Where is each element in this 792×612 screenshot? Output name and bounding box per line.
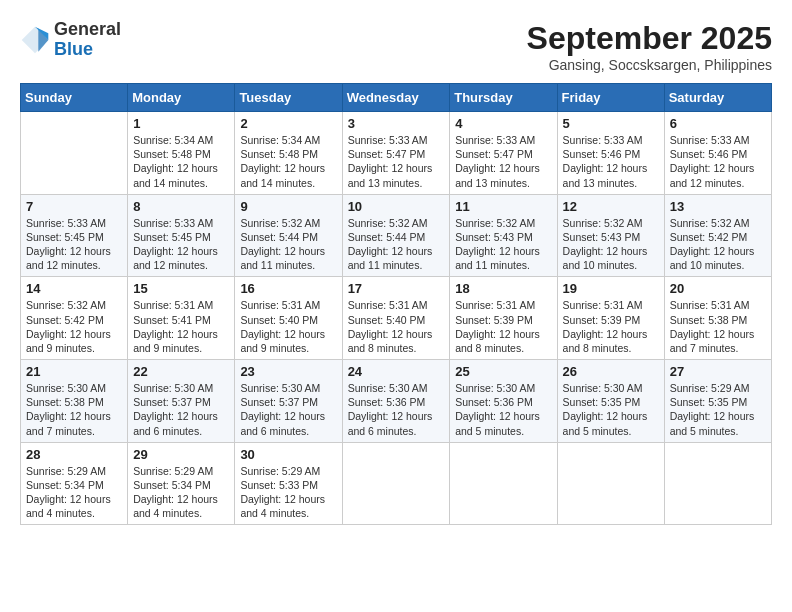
calendar-cell: 30Sunrise: 5:29 AM Sunset: 5:33 PM Dayli…: [235, 442, 342, 525]
day-info: Sunrise: 5:31 AM Sunset: 5:40 PM Dayligh…: [240, 298, 336, 355]
calendar-cell: [21, 112, 128, 195]
day-number: 28: [26, 447, 122, 462]
day-number: 30: [240, 447, 336, 462]
day-number: 3: [348, 116, 445, 131]
day-info: Sunrise: 5:32 AM Sunset: 5:44 PM Dayligh…: [348, 216, 445, 273]
calendar-cell: 7Sunrise: 5:33 AM Sunset: 5:45 PM Daylig…: [21, 194, 128, 277]
day-info: Sunrise: 5:32 AM Sunset: 5:42 PM Dayligh…: [26, 298, 122, 355]
day-info: Sunrise: 5:31 AM Sunset: 5:40 PM Dayligh…: [348, 298, 445, 355]
day-info: Sunrise: 5:32 AM Sunset: 5:43 PM Dayligh…: [563, 216, 659, 273]
day-of-week-header: Sunday: [21, 84, 128, 112]
calendar-cell: 21Sunrise: 5:30 AM Sunset: 5:38 PM Dayli…: [21, 360, 128, 443]
calendar-cell: 18Sunrise: 5:31 AM Sunset: 5:39 PM Dayli…: [450, 277, 557, 360]
day-info: Sunrise: 5:32 AM Sunset: 5:44 PM Dayligh…: [240, 216, 336, 273]
day-number: 8: [133, 199, 229, 214]
calendar-table: SundayMondayTuesdayWednesdayThursdayFrid…: [20, 83, 772, 525]
day-info: Sunrise: 5:33 AM Sunset: 5:47 PM Dayligh…: [455, 133, 551, 190]
day-number: 26: [563, 364, 659, 379]
day-info: Sunrise: 5:32 AM Sunset: 5:43 PM Dayligh…: [455, 216, 551, 273]
day-number: 1: [133, 116, 229, 131]
day-number: 11: [455, 199, 551, 214]
calendar-cell: 17Sunrise: 5:31 AM Sunset: 5:40 PM Dayli…: [342, 277, 450, 360]
day-number: 12: [563, 199, 659, 214]
day-info: Sunrise: 5:33 AM Sunset: 5:46 PM Dayligh…: [670, 133, 766, 190]
day-number: 20: [670, 281, 766, 296]
day-number: 21: [26, 364, 122, 379]
day-number: 14: [26, 281, 122, 296]
day-number: 2: [240, 116, 336, 131]
calendar-cell: 1Sunrise: 5:34 AM Sunset: 5:48 PM Daylig…: [128, 112, 235, 195]
logo-icon: [20, 25, 50, 55]
day-number: 29: [133, 447, 229, 462]
calendar-cell: [342, 442, 450, 525]
day-number: 13: [670, 199, 766, 214]
calendar-cell: 19Sunrise: 5:31 AM Sunset: 5:39 PM Dayli…: [557, 277, 664, 360]
day-info: Sunrise: 5:33 AM Sunset: 5:45 PM Dayligh…: [26, 216, 122, 273]
day-of-week-header: Saturday: [664, 84, 771, 112]
day-info: Sunrise: 5:34 AM Sunset: 5:48 PM Dayligh…: [240, 133, 336, 190]
day-number: 7: [26, 199, 122, 214]
day-number: 27: [670, 364, 766, 379]
day-info: Sunrise: 5:29 AM Sunset: 5:33 PM Dayligh…: [240, 464, 336, 521]
day-number: 15: [133, 281, 229, 296]
calendar-header-row: SundayMondayTuesdayWednesdayThursdayFrid…: [21, 84, 772, 112]
title-block: September 2025 Gansing, Soccsksargen, Ph…: [527, 20, 772, 73]
calendar-cell: 22Sunrise: 5:30 AM Sunset: 5:37 PM Dayli…: [128, 360, 235, 443]
day-info: Sunrise: 5:29 AM Sunset: 5:35 PM Dayligh…: [670, 381, 766, 438]
day-info: Sunrise: 5:34 AM Sunset: 5:48 PM Dayligh…: [133, 133, 229, 190]
day-info: Sunrise: 5:33 AM Sunset: 5:46 PM Dayligh…: [563, 133, 659, 190]
day-info: Sunrise: 5:32 AM Sunset: 5:42 PM Dayligh…: [670, 216, 766, 273]
location: Gansing, Soccsksargen, Philippines: [527, 57, 772, 73]
calendar-cell: 10Sunrise: 5:32 AM Sunset: 5:44 PM Dayli…: [342, 194, 450, 277]
day-info: Sunrise: 5:29 AM Sunset: 5:34 PM Dayligh…: [133, 464, 229, 521]
logo: General Blue: [20, 20, 121, 60]
calendar-cell: 3Sunrise: 5:33 AM Sunset: 5:47 PM Daylig…: [342, 112, 450, 195]
calendar-week-row: 28Sunrise: 5:29 AM Sunset: 5:34 PM Dayli…: [21, 442, 772, 525]
calendar-body: 1Sunrise: 5:34 AM Sunset: 5:48 PM Daylig…: [21, 112, 772, 525]
day-number: 5: [563, 116, 659, 131]
day-info: Sunrise: 5:30 AM Sunset: 5:37 PM Dayligh…: [133, 381, 229, 438]
calendar-cell: 15Sunrise: 5:31 AM Sunset: 5:41 PM Dayli…: [128, 277, 235, 360]
day-number: 10: [348, 199, 445, 214]
calendar-cell: 14Sunrise: 5:32 AM Sunset: 5:42 PM Dayli…: [21, 277, 128, 360]
calendar-cell: 28Sunrise: 5:29 AM Sunset: 5:34 PM Dayli…: [21, 442, 128, 525]
calendar-cell: 9Sunrise: 5:32 AM Sunset: 5:44 PM Daylig…: [235, 194, 342, 277]
calendar-cell: 29Sunrise: 5:29 AM Sunset: 5:34 PM Dayli…: [128, 442, 235, 525]
day-info: Sunrise: 5:30 AM Sunset: 5:37 PM Dayligh…: [240, 381, 336, 438]
day-number: 19: [563, 281, 659, 296]
calendar-cell: [450, 442, 557, 525]
day-number: 17: [348, 281, 445, 296]
day-info: Sunrise: 5:30 AM Sunset: 5:36 PM Dayligh…: [348, 381, 445, 438]
day-of-week-header: Monday: [128, 84, 235, 112]
day-of-week-header: Friday: [557, 84, 664, 112]
calendar-cell: 8Sunrise: 5:33 AM Sunset: 5:45 PM Daylig…: [128, 194, 235, 277]
calendar-cell: 16Sunrise: 5:31 AM Sunset: 5:40 PM Dayli…: [235, 277, 342, 360]
page-header: General Blue September 2025 Gansing, Soc…: [20, 20, 772, 73]
day-number: 16: [240, 281, 336, 296]
calendar-cell: [557, 442, 664, 525]
calendar-cell: 23Sunrise: 5:30 AM Sunset: 5:37 PM Dayli…: [235, 360, 342, 443]
calendar-cell: 2Sunrise: 5:34 AM Sunset: 5:48 PM Daylig…: [235, 112, 342, 195]
calendar-cell: 5Sunrise: 5:33 AM Sunset: 5:46 PM Daylig…: [557, 112, 664, 195]
day-of-week-header: Wednesday: [342, 84, 450, 112]
day-number: 24: [348, 364, 445, 379]
calendar-cell: 27Sunrise: 5:29 AM Sunset: 5:35 PM Dayli…: [664, 360, 771, 443]
day-of-week-header: Thursday: [450, 84, 557, 112]
calendar-cell: 4Sunrise: 5:33 AM Sunset: 5:47 PM Daylig…: [450, 112, 557, 195]
day-number: 23: [240, 364, 336, 379]
day-info: Sunrise: 5:30 AM Sunset: 5:35 PM Dayligh…: [563, 381, 659, 438]
calendar-cell: 20Sunrise: 5:31 AM Sunset: 5:38 PM Dayli…: [664, 277, 771, 360]
day-of-week-header: Tuesday: [235, 84, 342, 112]
calendar-cell: 6Sunrise: 5:33 AM Sunset: 5:46 PM Daylig…: [664, 112, 771, 195]
month-title: September 2025: [527, 20, 772, 57]
day-info: Sunrise: 5:30 AM Sunset: 5:38 PM Dayligh…: [26, 381, 122, 438]
calendar-cell: 25Sunrise: 5:30 AM Sunset: 5:36 PM Dayli…: [450, 360, 557, 443]
day-number: 9: [240, 199, 336, 214]
day-info: Sunrise: 5:33 AM Sunset: 5:47 PM Dayligh…: [348, 133, 445, 190]
calendar-week-row: 14Sunrise: 5:32 AM Sunset: 5:42 PM Dayli…: [21, 277, 772, 360]
day-info: Sunrise: 5:31 AM Sunset: 5:39 PM Dayligh…: [563, 298, 659, 355]
calendar-week-row: 7Sunrise: 5:33 AM Sunset: 5:45 PM Daylig…: [21, 194, 772, 277]
day-info: Sunrise: 5:33 AM Sunset: 5:45 PM Dayligh…: [133, 216, 229, 273]
day-number: 25: [455, 364, 551, 379]
day-info: Sunrise: 5:31 AM Sunset: 5:39 PM Dayligh…: [455, 298, 551, 355]
